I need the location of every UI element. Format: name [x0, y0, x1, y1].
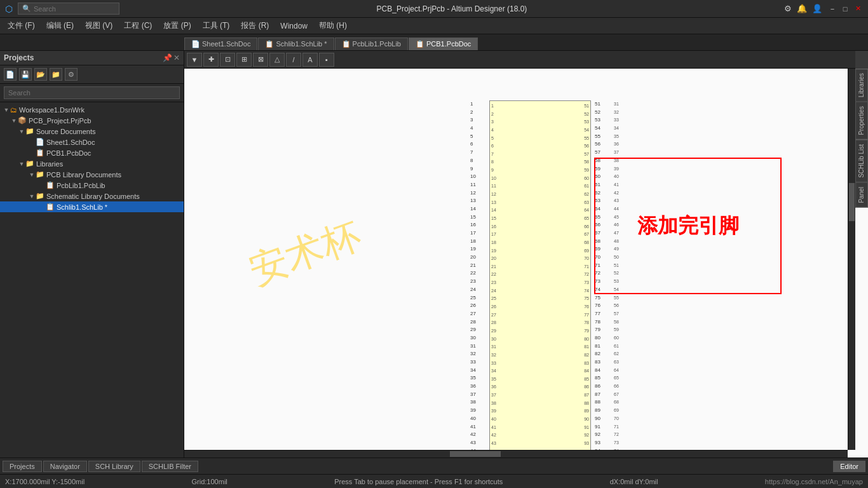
pin-27: 27	[470, 310, 488, 318]
tree-project[interactable]: ▼ 📦 PCB_Project.PrjPcb	[0, 115, 184, 126]
notifications-icon[interactable]: 🔔	[797, 4, 807, 13]
projects-panel: Projects 📌 ✕ 📄 💾 📂 📁 ⚙ ▼ 🗂 Workspace1.Ds…	[0, 51, 184, 458]
pin-16: 16	[470, 221, 488, 229]
red-annotation-text: 添加完引脚	[637, 212, 739, 240]
vertical-scrollbar[interactable]	[848, 69, 855, 450]
menu-reports[interactable]: 报告 (R)	[236, 19, 274, 32]
red-annotation-box: 添加完引脚	[594, 158, 782, 294]
tree-pcblib-docs[interactable]: ▼ 📁 PCB Library Documents	[0, 169, 184, 180]
right-tab-properties[interactable]: Properties	[855, 102, 868, 140]
bottom-tab-navigator[interactable]: Navigator	[43, 461, 87, 472]
expand-schlib-docs-icon: ▼	[28, 193, 36, 200]
menu-help[interactable]: 帮助 (H)	[314, 19, 352, 32]
folder-open-button[interactable]: 📂	[34, 68, 47, 81]
pin-23: 23	[470, 278, 488, 286]
pin-40: 40	[470, 415, 488, 423]
title-search-input[interactable]	[34, 5, 104, 13]
pin-13: 13	[470, 197, 488, 205]
hint-display: Press Tab to pause placement - Press F1 …	[334, 478, 503, 485]
main-layout: Projects 📌 ✕ 📄 💾 📂 📁 ⚙ ▼ 🗂 Workspace1.Ds…	[0, 51, 868, 458]
pin-24: 24	[470, 286, 488, 294]
expand-project-icon: ▼	[10, 118, 18, 124]
line-tool[interactable]: /	[286, 53, 301, 67]
right-tab-libraries[interactable]: Libraries	[855, 69, 868, 102]
folder-libraries-icon: 📁	[25, 159, 34, 168]
box-tool[interactable]: ⊠	[253, 53, 268, 67]
maximize-button[interactable]: □	[840, 4, 850, 14]
panel-pin-icon[interactable]: 📌	[163, 53, 172, 62]
bottom-tab-editor[interactable]: Editor	[833, 461, 865, 472]
tree-pcblib1[interactable]: 📋 PcbLib1.PcbLib	[0, 180, 184, 191]
pin-39: 39	[470, 407, 488, 415]
pin-26: 26	[470, 302, 488, 310]
text-tool[interactable]: A	[302, 53, 318, 67]
rect-tool[interactable]: ⊡	[220, 53, 235, 67]
vertical-scrollbar-thumb[interactable]	[849, 183, 855, 221]
select-tool[interactable]: ▼	[187, 53, 202, 67]
settings-icon[interactable]: ⚙	[784, 4, 792, 13]
pin-11: 11	[470, 181, 488, 189]
libraries-label: Libraries	[36, 160, 63, 168]
close-button[interactable]: ✕	[853, 4, 863, 14]
search-icon: 🔍	[22, 4, 31, 13]
menu-file[interactable]: 文件 (F)	[3, 19, 40, 32]
right-tab-schliblist[interactable]: SCHLib List	[855, 140, 868, 182]
panel-close-icon[interactable]: ✕	[173, 53, 180, 62]
user-icon[interactable]: 👤	[812, 4, 822, 13]
tab-sheet1[interactable]: 📄Sheet1.SchDoc	[184, 37, 257, 50]
title-search-box[interactable]: 🔍	[18, 3, 119, 15]
tab-schlib1[interactable]: 📋Schlib1.SchLib *	[258, 37, 334, 50]
right-tab-panel[interactable]: Panel	[855, 182, 868, 208]
pin-22: 22	[470, 269, 488, 278]
new-doc-button[interactable]: 📄	[4, 68, 17, 81]
bottom-tab-schlib-filter[interactable]: SCHLIB Filter	[142, 461, 198, 472]
sheet1-icon: 📄	[36, 138, 44, 146]
tab-pcblib1[interactable]: 📋PcbLib1.PcbLib	[335, 37, 408, 50]
pin-14: 14	[470, 205, 488, 214]
tree-source-docs[interactable]: ▼ 📁 Source Documents	[0, 126, 184, 137]
pin-32: 32	[470, 350, 488, 358]
menu-place[interactable]: 放置 (P)	[158, 19, 196, 32]
folder-button[interactable]: 📁	[50, 68, 62, 81]
tree-area: ▼ 🗂 Workspace1.DsnWrk ▼ 📦 PCB_Project.Pr…	[0, 102, 184, 458]
tree-workspace[interactable]: ▼ 🗂 Workspace1.DsnWrk	[0, 105, 184, 115]
pin-36: 36	[470, 383, 488, 391]
menu-edit[interactable]: 编辑 (E)	[41, 19, 79, 32]
cross-tool[interactable]: ✚	[203, 53, 219, 67]
pin-34: 34	[470, 367, 488, 375]
expand-source-icon: ▼	[18, 128, 25, 135]
delta-display: dX:0mil dY:0mil	[610, 478, 658, 485]
schlib1-icon: 📋	[46, 203, 55, 211]
minimize-button[interactable]: −	[827, 4, 837, 14]
pin-2: 2	[470, 109, 488, 117]
schematic-canvas[interactable]: 安术杯 1 2 3 4 5 6 7 8 9 10	[184, 69, 868, 458]
dot-tool[interactable]: ▪	[319, 53, 334, 67]
horizontal-scrollbar-thumb[interactable]	[450, 451, 501, 457]
tree-libraries[interactable]: ▼ 📁 Libraries	[0, 158, 184, 169]
project-label: PCB_Project.PrjPcb	[29, 117, 91, 125]
bottom-tab-projects[interactable]: Projects	[3, 461, 42, 472]
menu-view[interactable]: 视图 (V)	[80, 19, 118, 32]
sheet1-label: Sheet1.SchDoc	[46, 139, 95, 146]
menu-project[interactable]: 工程 (C)	[119, 19, 157, 32]
pin-12: 12	[470, 189, 488, 198]
settings-button[interactable]: ⚙	[65, 68, 78, 81]
tree-sheet1[interactable]: 📄 Sheet1.SchDoc	[0, 137, 184, 147]
menu-window[interactable]: Window	[275, 20, 313, 32]
tree-schlib1[interactable]: 📋 Schlib1.SchLib *	[0, 201, 184, 212]
coords-display: X:1700.000mil Y:-1500mil	[5, 478, 85, 485]
menu-tools[interactable]: 工具 (T)	[198, 19, 235, 32]
pin-18: 18	[470, 238, 488, 246]
save-button[interactable]: 💾	[19, 68, 32, 81]
tab-pcb1[interactable]: 📋PCB1.PcbDoc	[409, 37, 478, 50]
folder-schlib-icon: 📁	[36, 192, 44, 200]
tree-pcb1[interactable]: 📋 PCB1.PcbDoc	[0, 147, 184, 158]
grid-tool[interactable]: ⊞	[236, 53, 252, 67]
tree-schlib-docs[interactable]: ▼ 📁 Schematic Library Documents	[0, 191, 184, 201]
pcb1-icon: 📋	[36, 149, 44, 157]
triangle-tool[interactable]: △	[269, 53, 285, 67]
search-input[interactable]	[4, 86, 180, 99]
pin-21: 21	[470, 262, 488, 270]
horizontal-scrollbar[interactable]	[184, 450, 848, 458]
bottom-tab-sch-library[interactable]: SCH Library	[88, 461, 140, 472]
